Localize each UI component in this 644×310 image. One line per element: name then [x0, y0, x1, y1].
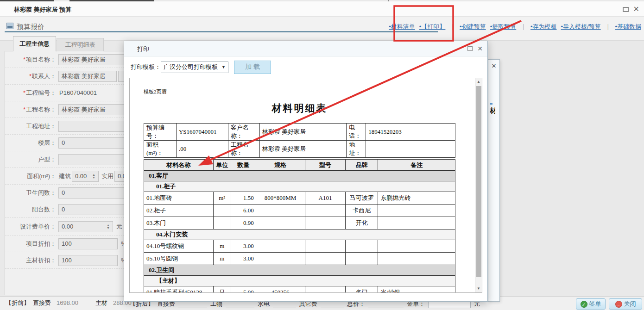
project-label: 工程名称： — [228, 141, 259, 158]
cell-name: 01.地面砖 — [144, 192, 214, 205]
document-title: 材料明细表 — [144, 102, 455, 115]
cell-spec — [256, 217, 305, 229]
obscured-dialog: ✕ 材 — [488, 59, 500, 302]
cell-note — [378, 240, 455, 253]
print-dialog-toolbar: 打印模板： 广汉分公司打印模板 ▼ 加 载 — [124, 57, 487, 77]
cell-name: 03.木门 — [144, 217, 214, 229]
section-title: 预算报价 — [17, 23, 44, 31]
link-base-data[interactable]: •基础数据 — [615, 23, 641, 31]
document-info-table: 预算编号： YS1607040001 客户名称： 林彩霞 美好家居 电话： 18… — [144, 123, 455, 158]
report-icon — [6, 23, 13, 29]
post-direct-value — [178, 301, 207, 308]
water-elec-value — [273, 301, 296, 308]
chevron-down-icon: ▼ — [221, 65, 226, 69]
preview-scrollbar[interactable]: ▲ ▼ — [475, 78, 482, 292]
cell-brand — [346, 240, 378, 253]
link-separator: ｜ — [520, 23, 526, 31]
info-row: 预算编号： YS1607040001 客户名称： 林彩霞 美好家居 电话： 18… — [144, 124, 455, 141]
template-label: 打印模板： — [131, 63, 161, 71]
building-area-stepper[interactable]: 0.00 ▲▼ — [72, 171, 99, 182]
load-button[interactable]: 加 载 — [234, 61, 271, 74]
material-discount-input[interactable]: 100 — [58, 255, 118, 266]
area-value: .00 — [176, 141, 228, 158]
link-print[interactable]: •【打印】 — [419, 23, 446, 31]
required-mark: * — [29, 73, 32, 80]
window-titlebar: 林彩霞 美好家居 预算 ✕ — [0, 1, 644, 17]
cell-note: 光/沙银 — [378, 286, 455, 293]
budget-no-label: 预算编号： — [144, 124, 177, 141]
col-material-name: 材料名称 — [144, 160, 214, 171]
close-icon[interactable]: ✕ — [488, 62, 499, 69]
cell-brand: 开化 — [346, 217, 378, 229]
tab-detail-table[interactable]: 工程明细表 — [57, 38, 104, 51]
customer-label: 客户名称： — [228, 124, 259, 141]
link-extract-budget[interactable]: •提取预算 — [490, 23, 517, 31]
group-label: 02.卫生间 — [144, 265, 455, 276]
close-icon[interactable]: ✕ — [477, 45, 483, 52]
material-row: 04.10号螺纹钢m3.00 — [144, 240, 455, 253]
group-label: 04.木门安装 — [144, 229, 455, 240]
group-label: 【主材】 — [144, 276, 455, 286]
print-dialog-titlebar[interactable]: 打印 ✕ — [124, 41, 487, 56]
link-material-list[interactable]: •材料清单 — [389, 23, 415, 31]
cell-note: 东鹏抛光砖 — [378, 192, 455, 205]
cell-model — [305, 205, 346, 217]
cell-model — [305, 286, 346, 293]
cell-unit — [213, 217, 231, 229]
close-button[interactable]: － 关闭 — [609, 298, 642, 310]
design-fee-stepper[interactable]: 0.00 ▲▼ — [58, 221, 113, 232]
link-create-budget[interactable]: •创建预算 — [460, 23, 486, 31]
window-title: 林彩霞 美好家居 预算 — [14, 6, 71, 14]
material-row: 01.地面砖m²1.50800*800MMA101马可波罗东鹏抛光砖 — [144, 192, 455, 205]
field-label: 工程名称： — [26, 106, 56, 113]
material-group-row: 【主材】 — [144, 276, 455, 286]
address-value — [366, 141, 455, 158]
field-label: 户型： — [5, 155, 56, 164]
cell-qty: 1.50 — [231, 192, 256, 205]
building-area-label: 建筑 — [59, 172, 71, 180]
scroll-down-icon[interactable]: ▼ — [475, 285, 482, 292]
labor-value — [226, 301, 254, 308]
field-label: 项目折扣： — [5, 240, 56, 248]
check-icon: ✓ — [581, 301, 587, 308]
cell-qty: 3.00 — [231, 240, 256, 253]
main-material-label: 主材 — [95, 299, 107, 307]
tab-main-info[interactable]: 工程主信息 — [13, 36, 56, 51]
other-fee-value — [321, 301, 344, 308]
col-quantity: 数量 — [231, 160, 256, 171]
cell-note — [378, 205, 455, 217]
required-mark: * — [23, 89, 25, 96]
field-label: 主材折扣： — [5, 256, 56, 265]
scroll-up-icon[interactable]: ▲ — [475, 78, 482, 86]
close-icon[interactable]: ✕ — [633, 6, 639, 12]
customer-value: 林彩霞 美好家居 — [259, 124, 347, 141]
maximize-icon[interactable] — [623, 7, 629, 12]
phone-label: 电话： — [347, 124, 366, 141]
project-code-value: P1607040001 — [59, 89, 97, 96]
scrollbar-thumb[interactable] — [476, 86, 481, 277]
field-label: 阳台数： — [5, 205, 56, 214]
contact-input[interactable]: 林彩霞 美好家居 — [58, 71, 117, 82]
field-label: 工程编号： — [26, 89, 56, 96]
stepper-arrows-icon[interactable]: ▲▼ — [107, 224, 110, 229]
link-import-template[interactable]: •导入模板/预算 — [561, 23, 601, 31]
total-value — [368, 301, 404, 308]
print-template-select[interactable]: 广汉分公司打印模板 ▼ — [161, 62, 228, 73]
field-label: 楼层： — [5, 139, 56, 147]
cell-brand — [346, 253, 378, 265]
minus-icon: － — [615, 301, 622, 308]
cell-qty: 0.90 — [231, 217, 256, 229]
cell-qty: 6.00 — [231, 205, 256, 217]
link-separator: ｜ — [449, 23, 455, 31]
cell-note — [378, 253, 455, 265]
project-discount-input[interactable]: 100 — [58, 238, 118, 249]
cell-spec: 450256 — [256, 286, 305, 293]
cell-brand: 卡西尼 — [346, 205, 378, 217]
cell-name: 05.10号圆钢 — [144, 253, 214, 265]
sign-button[interactable]: ✓ 签单 — [576, 298, 606, 310]
cell-name: 04.10号螺纹钢 — [144, 240, 214, 253]
stepper-arrows-icon[interactable]: ▲▼ — [92, 174, 95, 179]
obscured-dialog-content-fragment: 材 — [490, 103, 495, 115]
maximize-icon[interactable] — [467, 46, 473, 51]
link-save-template[interactable]: •存为模板 — [530, 23, 557, 31]
